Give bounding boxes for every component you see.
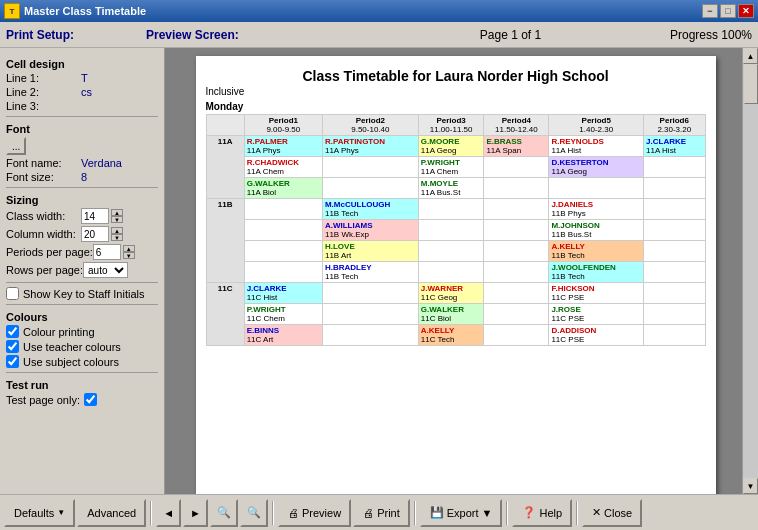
period5-header: Period51.40-2.30 <box>549 115 644 136</box>
scroll-thumb[interactable] <box>744 64 758 104</box>
divider-3 <box>6 282 158 283</box>
11a-p2-r1: R.PARTINGTON11A Phys <box>322 136 418 157</box>
11c-p4-r2 <box>484 304 549 325</box>
vertical-scrollbar[interactable]: ▲ ▼ <box>742 48 758 494</box>
cell-design-title: Cell design <box>6 58 158 70</box>
periods-down[interactable]: ▼ <box>123 252 135 259</box>
divider-1 <box>6 116 158 117</box>
app-icon: T <box>4 3 20 19</box>
print-setup-label: Print Setup: <box>6 28 146 42</box>
11a-p3-r2: P.WRIGHT11A Chem <box>418 157 484 178</box>
bottom-toolbar: Defaults ▼ Advanced ◄ ► 🔍 🔍 🖨 Preview 🖨 … <box>0 494 758 530</box>
class-width-down[interactable]: ▼ <box>111 216 123 223</box>
periods-per-page-row: Periods per page: ▲ ▼ <box>6 244 158 260</box>
rows-per-page-row: Rows per page: auto 1 2 4 <box>6 262 158 278</box>
table-row: H.LOVE11B Art A.KELLY11B Tech <box>206 241 705 262</box>
font-btn-row: ... <box>6 137 158 155</box>
11c-p4-r1 <box>484 283 549 304</box>
scroll-up-button[interactable]: ▲ <box>743 48 758 64</box>
help-icon: ❓ <box>522 506 536 519</box>
column-width-input[interactable] <box>81 226 109 242</box>
font-size-value: 8 <box>81 171 87 183</box>
subject-colours-checkbox[interactable] <box>6 355 19 368</box>
print-button[interactable]: 🖨 Print <box>353 499 410 527</box>
column-width-control: ▲ ▼ <box>81 226 123 242</box>
close-label: Close <box>604 507 632 519</box>
periods-per-page-arrows: ▲ ▼ <box>123 245 135 259</box>
timetable: Period19.00-9.50 Period29.50-10.40 Perio… <box>206 114 706 346</box>
11b-p2-r4: H.BRADLEY11B Tech <box>322 262 418 283</box>
preview-button[interactable]: 🖨 Preview <box>278 499 351 527</box>
class-width-input[interactable] <box>81 208 109 224</box>
11a-p3-r3: M.MOYLE11A Bus.St <box>418 178 484 199</box>
11c-p2-r1 <box>322 283 418 304</box>
11c-p1-r1: J.CLARKE11C Hist <box>244 283 322 304</box>
column-width-row: Column width: ▲ ▼ <box>6 226 158 242</box>
11b-p3-r1 <box>418 199 484 220</box>
zoom-button[interactable]: 🔍 <box>240 499 268 527</box>
11b-p2-r3: H.LOVE11B Art <box>322 241 418 262</box>
left-panel: Cell design Line 1: T Line 2: cs Line 3:… <box>0 48 165 494</box>
line3-row: Line 3: <box>6 100 158 112</box>
page-preview: Class Timetable for Laura Norder High Sc… <box>196 56 716 494</box>
defaults-arrow-icon: ▼ <box>57 508 65 517</box>
11a-p6-r3 <box>644 178 705 199</box>
11b-p1-r2 <box>244 220 322 241</box>
periods-up[interactable]: ▲ <box>123 245 135 252</box>
defaults-label: Defaults <box>14 507 54 519</box>
teacher-colours-row: Use teacher colours <box>6 340 158 353</box>
minimize-button[interactable]: − <box>702 4 718 18</box>
zoom-icon: 🔍 <box>247 506 261 519</box>
class-11b-label: 11B <box>206 199 244 283</box>
scroll-down-button[interactable]: ▼ <box>743 478 758 494</box>
rows-per-page-select[interactable]: auto 1 2 4 <box>83 262 128 278</box>
test-page-label: Test page only: <box>6 394 80 406</box>
close-button[interactable]: ✕ Close <box>582 499 642 527</box>
title-bar: T Master Class Timetable − □ ✕ <box>0 0 758 22</box>
window-close-button[interactable]: ✕ <box>738 4 754 18</box>
next-page-button[interactable]: ► <box>183 499 208 527</box>
font-name-row: Font name: Verdana <box>6 157 158 169</box>
teacher-colours-label: Use teacher colours <box>23 341 121 353</box>
page-title: Class Timetable for Laura Norder High Sc… <box>206 68 706 84</box>
teacher-colours-checkbox[interactable] <box>6 340 19 353</box>
column-width-down[interactable]: ▼ <box>111 234 123 241</box>
defaults-button[interactable]: Defaults ▼ <box>4 499 75 527</box>
advanced-button[interactable]: Advanced <box>77 499 146 527</box>
advanced-label: Advanced <box>87 507 136 519</box>
maximize-button[interactable]: □ <box>720 4 736 18</box>
11a-p4-r3 <box>484 178 549 199</box>
period3-header: Period311.00-11.50 <box>418 115 484 136</box>
11a-p4-r1: E.BRASS11A Span <box>484 136 549 157</box>
colour-printing-checkbox[interactable] <box>6 325 19 338</box>
font-select-button[interactable]: ... <box>6 137 26 155</box>
day-label: Monday <box>206 101 706 112</box>
class-width-up[interactable]: ▲ <box>111 209 123 216</box>
show-key-checkbox[interactable] <box>6 287 19 300</box>
11b-p6-r4 <box>644 262 705 283</box>
11a-p6-r2 <box>644 157 705 178</box>
divider-4 <box>6 304 158 305</box>
periods-per-page-input[interactable] <box>93 244 121 260</box>
show-key-row: Show Key to Staff Initials <box>6 287 158 300</box>
export-button[interactable]: 💾 Export ▼ <box>420 499 503 527</box>
test-page-checkbox[interactable] <box>84 393 97 406</box>
11c-p6-r3 <box>644 325 705 346</box>
class-11a-label: 11A <box>206 136 244 199</box>
help-button[interactable]: ❓ Help <box>512 499 572 527</box>
column-width-up[interactable]: ▲ <box>111 227 123 234</box>
search-button[interactable]: 🔍 <box>210 499 238 527</box>
prev-page-button[interactable]: ◄ <box>156 499 181 527</box>
table-row: 11A R.PALMER11A Phys R.PARTINGTON11A Phy… <box>206 136 705 157</box>
11c-p4-r3 <box>484 325 549 346</box>
11b-p1-r4 <box>244 262 322 283</box>
11c-p2-r2 <box>322 304 418 325</box>
next-icon: ► <box>190 507 201 519</box>
export-label: Export <box>447 507 479 519</box>
show-key-label: Show Key to Staff Initials <box>23 288 144 300</box>
column-width-label: Column width: <box>6 228 81 240</box>
period2-header: Period29.50-10.40 <box>322 115 418 136</box>
page-info: Page 1 of 1 <box>389 28 632 42</box>
line2-label: Line 2: <box>6 86 81 98</box>
window-title: Master Class Timetable <box>24 5 702 17</box>
